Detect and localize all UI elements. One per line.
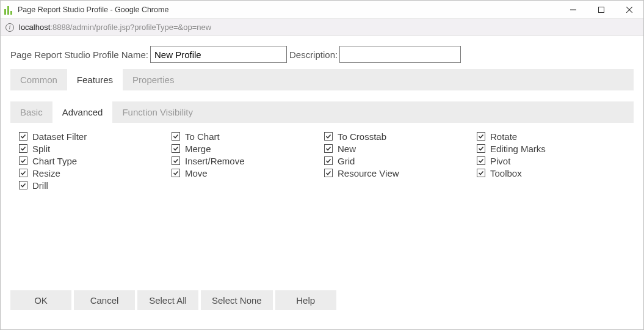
main-tabstrip: Common Features Properties [10,69,634,90]
profile-name-label: Page Report Studio Profile Name: [10,50,148,60]
feature-label: Resize [32,168,60,178]
profile-desc-label: Description: [289,50,338,60]
feature-row: To Crosstab [324,130,477,142]
feature-row: Resize [19,167,172,179]
feature-row: Move [172,167,324,179]
feature-checkbox[interactable] [477,169,485,177]
feature-label: Move [185,168,208,178]
footer-buttons: OK Cancel Select All Select None Help [10,290,336,310]
feature-row: Rotate [477,130,629,142]
feature-checkbox[interactable] [172,156,180,165]
app-icon [4,5,14,15]
feature-checkbox[interactable] [19,156,27,165]
maximize-button[interactable] [587,1,615,19]
feature-checkbox[interactable] [477,156,485,165]
feature-label: Merge [185,144,211,154]
feature-label: Dataset Filter [32,131,87,142]
minimize-button[interactable] [559,1,587,19]
feature-row: Grid [324,155,477,167]
window-titlebar: Page Report Studio Profile - Google Chro… [1,1,643,19]
feature-row: To Chart [172,130,324,142]
feature-label: Drill [32,180,48,191]
feature-checkbox[interactable] [477,144,485,153]
tab-properties[interactable]: Properties [123,69,184,90]
feature-checkbox[interactable] [19,181,27,189]
feature-checkbox[interactable] [172,169,180,177]
feature-label: Resource View [338,168,399,178]
feature-row: Toolbox [477,167,629,179]
feature-checkbox[interactable] [172,144,180,153]
tab-features[interactable]: Features [67,69,123,90]
ok-button[interactable]: OK [10,290,71,310]
feature-checkbox[interactable] [172,132,180,141]
features-column: To ChartMergeInsert/RemoveMove [172,130,324,191]
select-all-button[interactable]: Select All [137,290,198,310]
profile-name-input[interactable] [150,46,287,63]
cancel-button[interactable]: Cancel [74,290,135,310]
feature-label: Grid [338,156,355,166]
profile-desc-input[interactable] [339,46,461,63]
feature-label: Split [32,144,50,154]
select-none-button[interactable]: Select None [201,290,273,310]
feature-checkbox[interactable] [477,132,485,141]
feature-label: Editing Marks [490,144,546,154]
feature-label: Pivot [490,156,510,166]
feature-label: To Chart [185,131,220,142]
feature-checkbox[interactable] [324,132,333,141]
features-column: RotateEditing MarksPivotToolbox [477,130,629,191]
feature-label: Rotate [490,131,517,142]
url-host: localhost [19,23,50,32]
feature-label: New [338,144,356,154]
features-column: Dataset FilterSplitChart TypeResizeDrill [19,130,172,191]
profile-form-row: Page Report Studio Profile Name: Descrip… [10,46,634,63]
subtab-basic[interactable]: Basic [10,101,52,123]
feature-row: Merge [172,142,324,155]
window-title: Page Report Studio Profile - Google Chro… [18,6,168,14]
feature-row: Split [19,142,172,155]
feature-checkbox[interactable] [19,132,27,141]
feature-row: Pivot [477,155,629,167]
feature-row: Dataset Filter [19,130,172,142]
subtab-function-visibility[interactable]: Function Visibility [112,101,203,123]
features-column: To CrosstabNewGridResource View [324,130,477,191]
feature-row: Chart Type [19,155,172,167]
feature-label: Toolbox [490,168,522,178]
feature-checkbox[interactable] [19,144,27,153]
feature-label: To Crosstab [338,131,386,142]
url-path: :8888/admin/profile.jsp?profileType=&op=… [50,23,211,32]
feature-label: Insert/Remove [185,156,245,166]
feature-checkbox[interactable] [19,169,27,177]
feature-row: New [324,142,477,155]
feature-row: Drill [19,179,172,191]
subtab-advanced[interactable]: Advanced [52,101,113,123]
feature-row: Resource View [324,167,477,179]
features-grid: Dataset FilterSplitChart TypeResizeDrill… [10,130,634,191]
close-button[interactable] [615,1,643,19]
help-button[interactable]: Help [275,290,336,310]
feature-label: Chart Type [32,156,77,166]
feature-checkbox[interactable] [324,156,333,165]
address-bar: i localhost:8888/admin/profile.jsp?profi… [1,19,643,36]
feature-row: Editing Marks [477,142,629,155]
feature-row: Insert/Remove [172,155,324,167]
feature-checkbox[interactable] [324,144,333,153]
svg-rect-1 [599,7,604,12]
feature-checkbox[interactable] [324,169,333,177]
sub-tabstrip: Basic Advanced Function Visibility [10,101,634,123]
site-info-icon[interactable]: i [5,23,14,32]
tab-common[interactable]: Common [10,69,67,90]
